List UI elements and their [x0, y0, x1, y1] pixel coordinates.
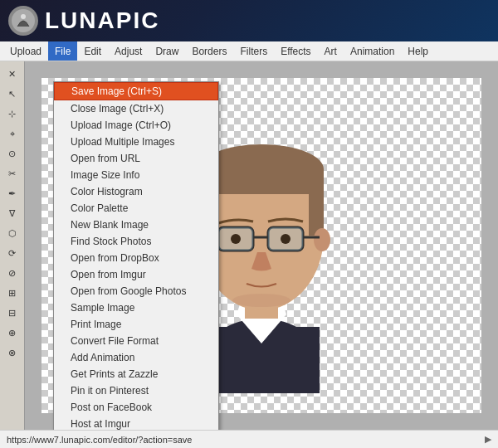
svg-point-22 — [232, 294, 290, 307]
menubar-item-borders[interactable]: Borders — [185, 41, 233, 61]
svg-point-12 — [314, 228, 330, 251]
select-button[interactable]: ↖ — [3, 85, 22, 103]
menubar-item-edit[interactable]: Edit — [77, 41, 108, 61]
main-area: ✕↖⊹⌖⊙✂✒∇⬡⟳⊘⊞⊟⊕⊗ — [0, 61, 498, 430]
dropdown-item-4[interactable]: Open from URL — [54, 150, 218, 167]
canvas-area: Save Image (Ctrl+S)Close Image (Ctrl+X)U… — [25, 61, 498, 430]
dropdown-item-13[interactable]: Sample Image — [54, 299, 218, 316]
menubar-item-adjust[interactable]: Adjust — [108, 41, 149, 61]
dropdown-item-15[interactable]: Convert File Format — [54, 333, 218, 349]
menubar-item-upload[interactable]: Upload — [3, 41, 48, 61]
menubar-item-animation[interactable]: Animation — [344, 41, 401, 61]
svg-point-21 — [281, 234, 290, 244]
pen-button[interactable]: ✒ — [3, 184, 22, 202]
zoom-button[interactable]: ⊙ — [3, 144, 22, 163]
svg-point-1 — [21, 14, 26, 19]
menubar: UploadFileEditAdjustDrawBordersFiltersEf… — [0, 41, 498, 61]
dropdown-item-6[interactable]: Color Histogram — [54, 183, 218, 200]
dropdown-item-2[interactable]: Upload Image (Ctrl+O) — [54, 117, 218, 134]
logo-text: LUNAPIC — [45, 7, 159, 34]
logo-area: LUNAPIC — [8, 6, 159, 36]
dropdown-item-20[interactable]: Host at Imgur — [54, 416, 218, 430]
dropdown-item-8[interactable]: New Blank Image — [54, 217, 218, 233]
dropdown-item-1[interactable]: Close Image (Ctrl+X) — [54, 100, 218, 117]
app-header: LUNAPIC — [0, 0, 498, 41]
close-button[interactable]: ⊗ — [3, 343, 22, 362]
svg-rect-10 — [309, 169, 324, 236]
statusbar: https://www7.lunapic.com/editor/?action=… — [0, 430, 498, 448]
menubar-item-art[interactable]: Art — [318, 41, 344, 61]
dropdown-item-19[interactable]: Post on FaceBook — [54, 399, 218, 416]
svg-point-20 — [231, 234, 241, 244]
logo-icon — [8, 6, 38, 36]
dropdown-item-11[interactable]: Open from Imgur — [54, 266, 218, 283]
dropdown-item-18[interactable]: Pin it on Pinterest — [54, 382, 218, 399]
dropdown-item-12[interactable]: Open from Google Photos — [54, 283, 218, 299]
paint-button[interactable]: ∇ — [3, 204, 22, 222]
dropdown-item-7[interactable]: Color Palette — [54, 200, 218, 217]
dropdown-item-3[interactable]: Upload Multiple Images — [54, 134, 218, 150]
menubar-item-filters[interactable]: Filters — [233, 41, 274, 61]
menubar-item-file[interactable]: File — [48, 41, 77, 61]
menubar-item-draw[interactable]: Draw — [149, 41, 185, 61]
add-button[interactable]: ⊕ — [3, 324, 22, 342]
cursor-button[interactable]: ✕ — [3, 65, 22, 83]
scissors-button[interactable]: ✂ — [3, 164, 22, 183]
menubar-item-effects[interactable]: Effects — [274, 41, 317, 61]
dropdown-item-17[interactable]: Get Prints at Zazzle — [54, 366, 218, 382]
statusbar-arrow: ▶ — [485, 434, 491, 445]
file-dropdown-menu: Save Image (Ctrl+S)Close Image (Ctrl+X)U… — [53, 81, 219, 430]
lasso-button[interactable]: ⊹ — [3, 105, 22, 123]
rotate-button[interactable]: ⟳ — [3, 244, 22, 262]
dropdown-item-10[interactable]: Open from DropBox — [54, 250, 218, 266]
eraser-button[interactable]: ⊘ — [3, 264, 22, 282]
grid-button[interactable]: ⊞ — [3, 284, 22, 302]
crop-button[interactable]: ⌖ — [3, 124, 22, 143]
layers-button[interactable]: ⊟ — [3, 304, 22, 322]
statusbar-url: https://www7.lunapic.com/editor/?action=… — [7, 435, 485, 445]
shape-button[interactable]: ⬡ — [3, 224, 22, 242]
dropdown-item-14[interactable]: Print Image — [54, 316, 218, 333]
toolbar: ✕↖⊹⌖⊙✂✒∇⬡⟳⊘⊞⊟⊕⊗ — [0, 61, 25, 430]
menubar-item-help[interactable]: Help — [401, 41, 435, 61]
dropdown-item-16[interactable]: Add Animation — [54, 349, 218, 366]
dropdown-item-5[interactable]: Image Size Info — [54, 167, 218, 183]
dropdown-item-9[interactable]: Find Stock Photos — [54, 233, 218, 250]
dropdown-item-0[interactable]: Save Image (Ctrl+S) — [54, 82, 218, 100]
